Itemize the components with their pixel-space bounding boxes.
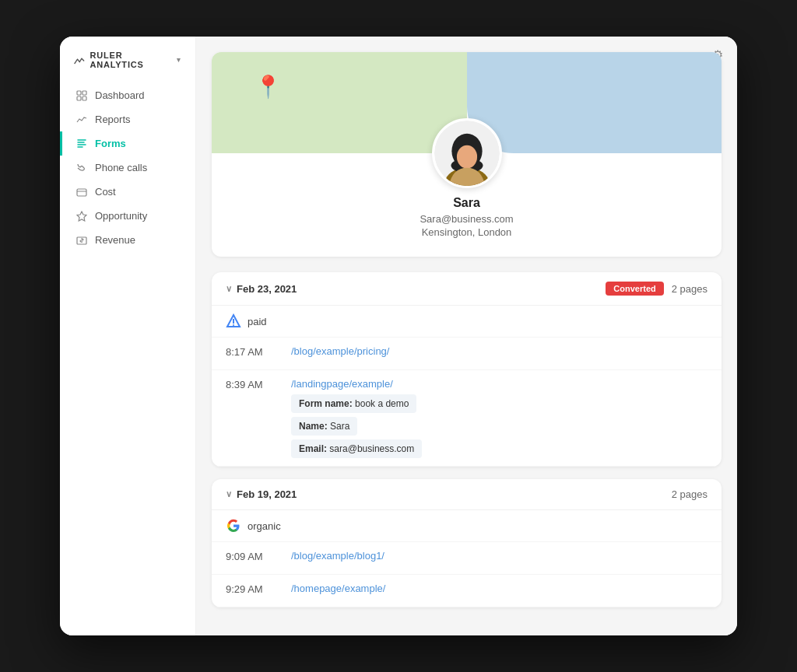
sidebar-item-label-opportunity: Opportunity xyxy=(95,210,147,222)
session-date-label-1: Feb 19, 2021 xyxy=(237,488,297,500)
sidebar-item-reports[interactable]: Reports xyxy=(60,107,195,131)
email-field: Email: sara@business.com xyxy=(291,439,422,458)
sidebar-item-phone-calls[interactable]: Phone calls xyxy=(60,156,195,180)
session-date-1[interactable]: ∨Feb 19, 2021 xyxy=(226,488,297,500)
sidebar-item-label-revenue: Revenue xyxy=(95,234,135,246)
main-content: ⚙ 📍 xyxy=(196,37,737,635)
page-time-0-0: 8:17 AM xyxy=(226,345,272,358)
cost-icon xyxy=(76,187,87,198)
profile-card: 📍 xyxy=(212,52,722,257)
opportunity-icon xyxy=(76,211,87,222)
page-time-0-1: 8:39 AM xyxy=(226,378,272,390)
brand-name: RULER ANALYTICS xyxy=(90,51,170,69)
name-field-value: Sara xyxy=(330,421,349,432)
profile-banner: 📍 xyxy=(212,52,722,153)
page-url-0-1[interactable]: /landingpage/example/ xyxy=(291,378,707,390)
sidebar-item-cost[interactable]: Cost xyxy=(60,180,195,204)
session-meta-0: Converted2 pages xyxy=(606,282,707,296)
banner-right xyxy=(467,52,722,153)
sidebar-item-revenue[interactable]: Revenue xyxy=(60,228,195,252)
sidebar-item-forms[interactable]: Forms xyxy=(60,131,195,156)
avatar-image xyxy=(434,121,500,186)
form-name-field-label: Form name: xyxy=(299,398,353,409)
map-pin-icon: 📍 xyxy=(255,74,282,100)
page-url-1-0[interactable]: /blog/example/blog1/ xyxy=(291,550,707,562)
name-field: Name: Sara xyxy=(291,417,357,436)
svg-rect-3 xyxy=(83,96,86,100)
page-row-1-1: 9:29 AM/homepage/example/ xyxy=(212,575,722,607)
sidebar-item-dashboard[interactable]: Dashboard xyxy=(60,83,195,107)
brand-chevron: ▾ xyxy=(177,56,181,64)
page-time-1-1: 9:29 AM xyxy=(226,583,272,595)
page-url-0-0[interactable]: /blog/example/pricing/ xyxy=(291,345,707,357)
session-chevron-0: ∨ xyxy=(226,284,232,294)
session-block-0: ∨Feb 23, 2021Converted2 pages paid8:17 A… xyxy=(212,272,722,467)
session-chevron-1: ∨ xyxy=(226,489,232,499)
source-label-0: paid xyxy=(248,316,267,327)
session-block-1: ∨Feb 19, 20212 pages organic9:09 AM/blog… xyxy=(212,479,722,607)
page-details-0-1: /landingpage/example/Form name: book a d… xyxy=(291,378,707,458)
dashboard-icon xyxy=(76,90,87,101)
google-organic-icon xyxy=(226,518,241,534)
sidebar-item-label-forms: Forms xyxy=(95,138,126,149)
sidebar-item-opportunity[interactable]: Opportunity xyxy=(60,204,195,228)
page-time-1-0: 9:09 AM xyxy=(226,550,272,562)
page-row-0-0: 8:17 AM/blog/example/pricing/ xyxy=(212,338,722,370)
session-date-0[interactable]: ∨Feb 23, 2021 xyxy=(226,283,297,295)
page-details-0-0: /blog/example/pricing/ xyxy=(291,345,707,362)
session-date-label-0: Feb 23, 2021 xyxy=(237,283,297,295)
revenue-icon xyxy=(76,235,87,246)
profile-location: Kensington, London xyxy=(227,226,706,238)
avatar xyxy=(432,118,502,188)
sidebar-item-label-reports: Reports xyxy=(95,114,131,125)
session-pages-0: 2 pages xyxy=(672,283,707,295)
sidebar-item-label-dashboard: Dashboard xyxy=(95,89,145,101)
session-header-0: ∨Feb 23, 2021Converted2 pages xyxy=(212,272,722,306)
session-meta-1: 2 pages xyxy=(672,488,707,500)
form-fields-0-1: Form name: book a demoName: SaraEmail: s… xyxy=(291,394,707,458)
forms-icon xyxy=(76,138,87,149)
form-name-field: Form name: book a demo xyxy=(291,394,416,413)
svg-point-23 xyxy=(233,324,234,326)
page-row-1-0: 9:09 AM/blog/example/blog1/ xyxy=(212,542,722,575)
svg-marker-10 xyxy=(77,212,86,221)
sidebar-item-label-cost: Cost xyxy=(95,186,116,198)
email-field-label: Email: xyxy=(299,443,327,454)
source-icon-0 xyxy=(226,313,241,329)
converted-badge: Converted xyxy=(606,282,663,296)
page-details-1-0: /blog/example/blog1/ xyxy=(291,550,707,566)
session-pages-1: 2 pages xyxy=(672,488,707,500)
nav-menu: DashboardReportsFormsPhone callsCostOppo… xyxy=(60,83,195,252)
banner-left: 📍 xyxy=(212,52,467,153)
svg-point-20 xyxy=(456,145,476,169)
email-field-value: sara@business.com xyxy=(329,443,414,454)
sidebar-item-label-phone-calls: Phone calls xyxy=(95,162,147,173)
sidebar: RULER ANALYTICS ▾ DashboardReportsFormsP… xyxy=(60,37,196,635)
svg-rect-0 xyxy=(77,91,81,95)
brand-logo: RULER ANALYTICS ▾ xyxy=(60,51,195,83)
svg-rect-2 xyxy=(77,96,81,100)
name-field-label: Name: xyxy=(299,421,328,432)
source-label-1: organic xyxy=(248,520,281,532)
session-source-0: paid xyxy=(212,306,722,338)
brand-icon xyxy=(74,54,85,66)
google-ads-icon xyxy=(226,313,241,329)
form-name-field-value: book a demo xyxy=(355,398,409,409)
profile-name: Sara xyxy=(227,196,706,210)
svg-rect-1 xyxy=(83,91,86,95)
source-icon-1 xyxy=(226,518,241,534)
svg-rect-8 xyxy=(77,189,86,196)
session-header-1: ∨Feb 19, 20212 pages xyxy=(212,479,722,510)
page-url-1-1[interactable]: /homepage/example/ xyxy=(291,583,707,594)
reports-icon xyxy=(76,114,87,125)
phone-calls-icon xyxy=(76,163,87,173)
sessions-list: ∨Feb 23, 2021Converted2 pages paid8:17 A… xyxy=(212,272,722,620)
profile-email: Sara@business.com xyxy=(227,213,706,225)
session-source-1: organic xyxy=(212,510,722,542)
page-row-0-1: 8:39 AM/landingpage/example/Form name: b… xyxy=(212,370,722,467)
page-details-1-1: /homepage/example/ xyxy=(291,583,707,599)
